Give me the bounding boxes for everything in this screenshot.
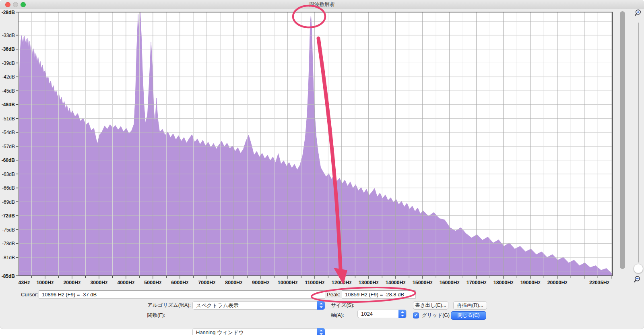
x-axis-tick-label: 2000Hz	[63, 280, 80, 285]
cursor-label: Cursor:	[21, 290, 38, 299]
x-axis-tick-label: 20000Hz	[547, 280, 568, 285]
x-axis-tick-label: 10000Hz	[278, 280, 298, 285]
x-axis-tick-label: 16000Hz	[440, 280, 460, 285]
y-axis-tick-label: -42dB	[2, 74, 15, 80]
function-label: 関数(F):	[147, 311, 165, 320]
grid-checkbox[interactable]	[413, 312, 419, 318]
y-axis-tick-label: -28dB	[2, 10, 15, 15]
y-axis-tick-label: -85dB	[2, 273, 15, 279]
x-axis-tick-label: 6000Hz	[171, 280, 188, 285]
x-axis-tick-label: 1000Hz	[36, 280, 54, 285]
y-axis-tick-label: -72dB	[2, 213, 15, 219]
export-button[interactable]: 書き出し(E)...	[413, 301, 448, 310]
y-axis-tick-label: -51dB	[2, 116, 15, 122]
size-label: サイズ(S):	[331, 301, 355, 310]
y-axis-tick-label: -54dB	[2, 130, 15, 135]
stepper-icon	[398, 310, 406, 318]
spectrum-plot[interactable]: 43Hz1000Hz2000Hz3000Hz4000Hz5000Hz6000Hz…	[0, 0, 644, 335]
y-axis-tick-label: -45dB	[2, 88, 15, 94]
y-axis-tick-label: -69dB	[2, 199, 15, 205]
size-selected-value: 1024	[361, 310, 373, 318]
redraw-button[interactable]: 再描画(R)...	[453, 301, 487, 310]
x-axis-tick-label: 17000Hz	[466, 280, 487, 285]
x-axis-tick-label: 4000Hz	[117, 280, 134, 285]
x-axis-tick-label: 12000Hz	[332, 280, 352, 285]
cursor-readout-field[interactable]: 10896 Hz (F9) = -37 dB	[39, 290, 325, 299]
x-axis-tick-label: 7000Hz	[198, 280, 215, 285]
y-axis-tick-label: -39dB	[2, 60, 15, 66]
algorithm-selected-value: スペクトラム表示	[196, 302, 239, 309]
y-axis-tick-label: -75dB	[2, 227, 15, 233]
x-axis-tick-label: 18000Hz	[493, 280, 514, 285]
algorithm-label: アルゴリズム(%A):	[147, 301, 191, 310]
grid-checkbox-label: グリッド(G)	[422, 311, 450, 320]
zoom-slider-knob[interactable]	[634, 264, 643, 273]
zoom-slider-track[interactable]	[638, 23, 639, 263]
y-axis-tick-label: -78dB	[2, 241, 15, 246]
y-axis-tick-label: -48dB	[2, 102, 15, 108]
y-axis-tick-label: -66dB	[2, 185, 15, 191]
x-axis-tick-label: 5000Hz	[144, 280, 161, 285]
y-axis-tick-label: -36dB	[2, 46, 15, 52]
x-axis-tick-label: 22035Hz	[589, 280, 609, 285]
zoom-out-magnifier-icon[interactable]	[634, 275, 642, 283]
y-axis-tick-label: -33dB	[2, 33, 15, 38]
x-axis-tick-label: 19000Hz	[520, 280, 541, 285]
frequency-analysis-window: 周波数解析 43Hz1000Hz2000Hz3000Hz4000Hz5000Hz…	[0, 0, 644, 329]
algorithm-select[interactable]: スペクトラム表示	[192, 301, 325, 310]
peak-readout-field[interactable]: 10859 Hz (F9) = -28.8 dB	[342, 290, 416, 299]
function-select[interactable]: Hanning ウィンドウ	[192, 328, 325, 335]
x-axis-tick-label: 43Hz	[18, 280, 30, 285]
vertical-scrollbar-thumb[interactable]	[620, 11, 625, 269]
y-axis-tick-label: -57dB	[2, 144, 15, 149]
peak-label: Peak:	[327, 290, 340, 299]
size-select[interactable]: 1024	[357, 310, 407, 318]
y-axis-tick-label: -60dB	[2, 157, 15, 163]
stepper-icon	[317, 328, 325, 335]
zoom-in-magnifier-icon[interactable]	[634, 9, 642, 17]
x-axis-tick-label: 15000Hz	[413, 280, 433, 285]
x-axis-tick-label: 13000Hz	[359, 280, 379, 285]
x-axis-tick-label: 11000Hz	[305, 280, 324, 285]
x-axis-tick-label: 8000Hz	[225, 280, 242, 285]
stepper-icon	[317, 301, 325, 310]
close-button[interactable]: 閉じる(C)	[451, 311, 486, 320]
screen: 周波数解析 43Hz1000Hz2000Hz3000Hz4000Hz5000Hz…	[0, 0, 644, 335]
x-axis-tick-label: 9000Hz	[252, 280, 269, 285]
y-axis-tick-label: -81dB	[2, 255, 15, 261]
function-selected-value: Hanning ウィンドウ	[196, 329, 244, 335]
axis-label: 軸(A):	[331, 311, 344, 320]
y-axis-tick-label: -63dB	[2, 172, 15, 177]
x-axis-tick-label: 3000Hz	[90, 280, 107, 285]
x-axis-tick-label: 14000Hz	[386, 280, 406, 285]
